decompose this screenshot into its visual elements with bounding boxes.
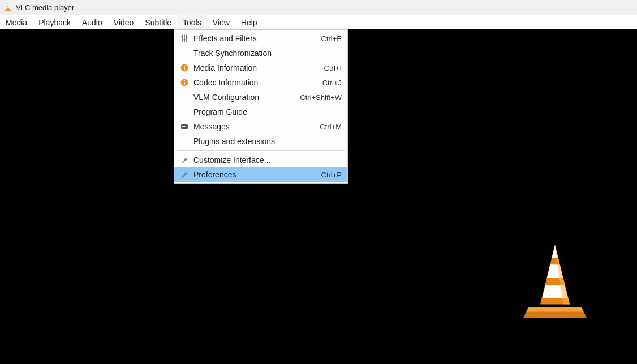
svg-point-8 xyxy=(183,38,185,40)
menu-item-codec-information[interactable]: Codec Information Ctrl+J xyxy=(174,75,347,90)
menu-item-shortcut: Ctrl+I xyxy=(320,64,342,72)
menu-item-plugins-and-extensions[interactable]: Plugins and extensions xyxy=(174,134,347,149)
svg-rect-17 xyxy=(182,126,184,127)
menu-item-label: VLM Configuration xyxy=(191,93,295,102)
menu-label: Subtitle xyxy=(145,18,171,27)
menu-item-label: Track Synchronization xyxy=(191,49,337,58)
menu-label: Media xyxy=(6,18,27,27)
menu-audio[interactable]: Audio xyxy=(76,15,108,29)
wrench-icon xyxy=(178,170,191,179)
menu-label: Audio xyxy=(82,18,102,27)
svg-marker-0 xyxy=(7,3,10,10)
menu-item-customize-interface[interactable]: Customize Interface... xyxy=(174,153,347,167)
vlc-cone-icon xyxy=(3,3,12,12)
menu-playback[interactable]: Playback xyxy=(33,15,76,29)
svg-marker-3 xyxy=(5,10,11,11)
window-title: VLC media player xyxy=(16,3,74,12)
menu-separator xyxy=(177,150,345,151)
menu-item-label: Effects and Filters xyxy=(191,34,317,43)
svg-marker-21 xyxy=(526,307,583,312)
vlc-cone-logo xyxy=(513,240,597,324)
svg-point-9 xyxy=(186,36,187,38)
menu-item-shortcut: Ctrl+P xyxy=(317,171,342,179)
svg-rect-14 xyxy=(184,82,185,85)
menu-label: Playback xyxy=(38,18,71,27)
menu-item-label: Plugins and extensions xyxy=(191,137,337,146)
svg-rect-1 xyxy=(7,5,8,6)
video-area: Effects and Filters Ctrl+E Track Synchro… xyxy=(0,29,637,364)
menu-item-label: Codec Information xyxy=(191,78,318,87)
menu-help[interactable]: Help xyxy=(235,15,263,29)
menu-label: Video xyxy=(114,18,134,27)
wrench-icon xyxy=(178,155,191,164)
menu-item-effects-and-filters[interactable]: Effects and Filters Ctrl+E xyxy=(174,31,347,46)
menu-item-label: Messages xyxy=(191,122,315,131)
menu-item-shortcut: Ctrl+J xyxy=(318,79,342,87)
svg-rect-18 xyxy=(184,126,186,127)
svg-rect-11 xyxy=(184,67,185,70)
menu-item-media-information[interactable]: Media Information Ctrl+I xyxy=(174,60,347,75)
info-icon xyxy=(178,63,191,72)
menu-item-preferences[interactable]: Preferences Ctrl+P xyxy=(174,167,347,182)
menu-item-shortcut: Ctrl+Shift+W xyxy=(295,93,342,102)
menu-tools[interactable]: Tools xyxy=(177,15,207,29)
svg-point-15 xyxy=(184,80,185,81)
tools-dropdown: Effects and Filters Ctrl+E Track Synchro… xyxy=(174,29,348,184)
menu-item-track-synchronization[interactable]: Track Synchronization xyxy=(174,46,347,60)
menubar: Media Playback Audio Video Subtitle Tool… xyxy=(0,15,637,29)
menu-item-label: Preferences xyxy=(191,170,317,179)
menu-video[interactable]: Video xyxy=(108,15,140,29)
menu-item-messages[interactable]: Messages Ctrl+M xyxy=(174,119,347,134)
titlebar: VLC media player xyxy=(0,0,637,15)
menu-item-program-guide[interactable]: Program Guide xyxy=(174,105,347,119)
svg-rect-2 xyxy=(7,7,10,8)
menu-item-shortcut: Ctrl+E xyxy=(317,34,342,43)
svg-point-12 xyxy=(184,65,185,66)
menu-item-label: Customize Interface... xyxy=(191,155,337,164)
menu-item-shortcut: Ctrl+M xyxy=(315,123,342,131)
menu-label: Help xyxy=(241,18,257,27)
info-icon xyxy=(178,78,191,87)
sliders-icon xyxy=(178,34,191,43)
menu-item-label: Program Guide xyxy=(191,107,337,116)
menu-label: Tools xyxy=(183,18,201,27)
messages-icon xyxy=(178,122,191,131)
menu-label: View xyxy=(213,18,230,27)
menu-view[interactable]: View xyxy=(207,15,235,29)
menu-item-label: Media Information xyxy=(191,63,320,72)
menu-media[interactable]: Media xyxy=(0,15,33,29)
menu-item-vlm-configuration[interactable]: VLM Configuration Ctrl+Shift+W xyxy=(174,90,347,105)
menu-subtitle[interactable]: Subtitle xyxy=(139,15,177,29)
svg-point-7 xyxy=(181,36,183,37)
